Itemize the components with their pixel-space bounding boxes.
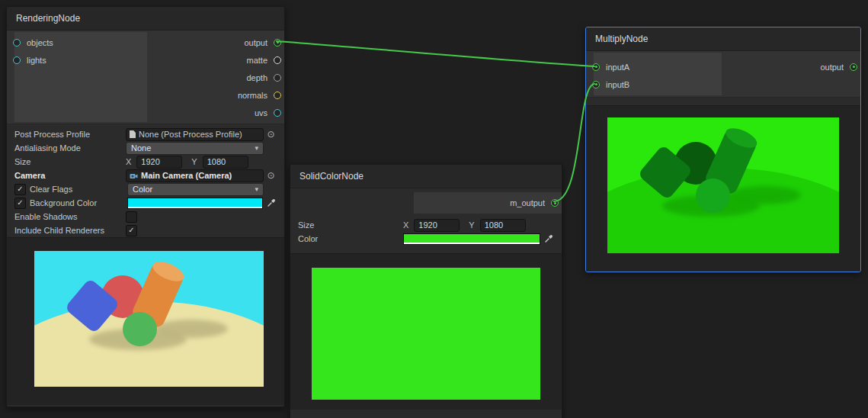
port-row-inputA: inputA [586, 58, 723, 76]
port-label: matte [246, 56, 267, 65]
camera-icon [130, 172, 138, 179]
property-include-child-renderers: Include Child Renderers ✓ [14, 223, 277, 237]
document-icon [130, 130, 136, 138]
node-multiply-ports: inputA inputB output [586, 51, 860, 98]
node-multiply[interactable]: MultiplyNode inputA inputB output [585, 27, 861, 272]
preview-green-sphere [123, 312, 157, 346]
port-label: uvs [255, 108, 267, 117]
port-row-output: output [132, 34, 284, 51]
property-antialiasing-mode: Antialiasing Mode None ▾ [14, 141, 277, 155]
background-color-checkbox[interactable]: ✓ [14, 198, 26, 209]
solid-color-preview-image [312, 268, 540, 400]
node-solid-color-title[interactable]: SolidColorNode [290, 165, 562, 188]
property-label: Color [298, 234, 403, 243]
port-normals[interactable] [274, 92, 281, 99]
port-connected-dot [595, 83, 597, 85]
port-row-inputB: inputB [586, 76, 723, 93]
property-size: Size X 1920 Y 1080 [14, 155, 277, 169]
property-label: Size [298, 220, 403, 230]
port-label: inputA [606, 63, 629, 72]
eyedropper-icon[interactable] [266, 198, 277, 207]
port-label: output [820, 63, 844, 72]
object-picker-icon[interactable]: ⊙ [265, 171, 277, 180]
port-row-normals: normals [132, 86, 284, 104]
node-rendering-properties: Post Process Profile None (Post Process … [7, 124, 284, 237]
node-rendering-ports: objects lights output matte depth [7, 31, 284, 124]
enable-shadows-checkbox[interactable] [126, 211, 137, 223]
port-label: m_output [510, 198, 545, 207]
property-label: Clear Flags [30, 185, 127, 194]
object-field-value: Main Camera (Camera) [141, 171, 232, 180]
alpha-bar [404, 243, 540, 244]
port-output[interactable] [274, 39, 281, 47]
object-field-value: None (Post Process Profile) [139, 130, 242, 139]
object-picker-icon[interactable]: ⊙ [265, 130, 277, 139]
port-depth[interactable] [274, 74, 281, 82]
property-background-color: ✓ Background Color [14, 196, 277, 210]
port-label: objects [27, 38, 53, 47]
check-icon: ✓ [128, 227, 134, 234]
background-color-swatch[interactable] [127, 198, 263, 209]
property-label: Include Child Renderers [14, 226, 126, 235]
antialiasing-mode-dropdown[interactable]: None ▾ [126, 142, 264, 155]
size-y-field[interactable]: 1080 [480, 219, 526, 232]
node-rendering-title[interactable]: RenderingNode [7, 7, 284, 31]
port-row-objects: objects [7, 34, 146, 51]
size-y-field[interactable]: 1080 [203, 156, 248, 169]
node-solid-color-properties: Size X 1920 Y 1080 Color [290, 214, 562, 246]
axis-x-label: X [403, 220, 408, 230]
camera-field[interactable]: Main Camera (Camera) [126, 169, 264, 182]
eyedropper-icon[interactable] [543, 234, 554, 243]
property-post-process-profile: Post Process Profile None (Post Process … [14, 127, 277, 141]
check-icon: ✓ [17, 199, 23, 207]
check-icon: ✓ [17, 185, 23, 193]
node-graph-canvas[interactable]: RenderingNode objects lights output [0, 0, 868, 418]
property-size: Size X 1920 Y 1080 [298, 218, 554, 232]
port-uvs[interactable] [274, 109, 281, 117]
port-connected-dot [853, 66, 855, 68]
color-swatch[interactable] [403, 233, 540, 245]
edge-rendering-output-to-multiply-inputA[interactable] [277, 41, 594, 66]
property-label: Post Process Profile [14, 130, 126, 139]
property-camera: Camera Main Camera (Camera) ⊙ [14, 169, 277, 182]
clear-flags-dropdown[interactable]: Color ▾ [127, 183, 264, 196]
size-x-field[interactable]: 1920 [136, 156, 182, 169]
node-rendering-preview-zone [7, 237, 284, 405]
include-child-renderers-checkbox[interactable]: ✓ [126, 225, 137, 236]
chevron-down-icon: ▾ [255, 144, 258, 152]
port-label: normals [238, 91, 267, 100]
axis-y-label: Y [469, 220, 474, 230]
node-rendering[interactable]: RenderingNode objects lights output [6, 6, 285, 407]
port-connected-dot [595, 66, 597, 68]
port-output[interactable] [850, 63, 857, 71]
alpha-bar [128, 207, 262, 208]
port-label: output [244, 38, 267, 47]
property-color: Color [298, 232, 554, 246]
port-lights[interactable] [13, 56, 21, 64]
port-row-matte: matte [132, 51, 284, 69]
rendering-preview-image [34, 251, 264, 387]
property-label: Size [14, 157, 126, 166]
port-matte[interactable] [274, 56, 281, 64]
port-label: lights [27, 56, 46, 65]
clear-flags-checkbox[interactable]: ✓ [14, 184, 26, 195]
post-process-profile-field[interactable]: None (Post Process Profile) [126, 128, 264, 141]
node-solid-color-preview-zone [290, 253, 562, 410]
node-solid-color[interactable]: SolidColorNode m_output Size X 1920 Y 10… [290, 164, 562, 418]
property-label: Background Color [30, 198, 127, 207]
property-clear-flags: ✓ Clear Flags Color ▾ [14, 182, 277, 196]
axis-x-label: X [126, 157, 131, 166]
property-enable-shadows: Enable Shadows [14, 210, 277, 223]
port-row-m-output: m_output [414, 192, 562, 214]
dropdown-value: Color [133, 185, 255, 194]
dropdown-value: None [131, 143, 255, 153]
node-multiply-title[interactable]: MultiplyNode [586, 27, 860, 51]
size-x-field[interactable]: 1920 [414, 219, 460, 232]
port-objects[interactable] [13, 39, 21, 47]
preview-shadow [728, 186, 801, 204]
port-row-lights: lights [7, 51, 146, 69]
property-label: Enable Shadows [14, 212, 126, 221]
preview-shadow [155, 320, 228, 338]
axis-y-label: Y [191, 157, 197, 166]
chevron-down-icon: ▾ [255, 185, 258, 193]
